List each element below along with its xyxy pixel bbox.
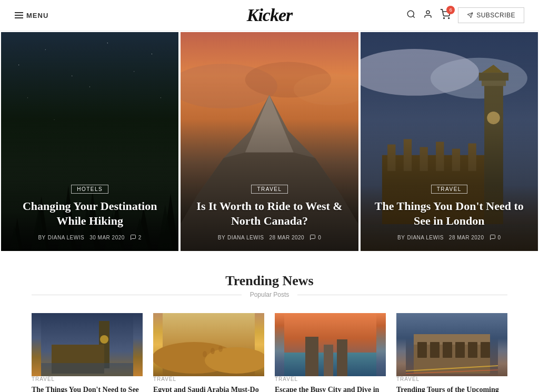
site-header: MENU Kicker 6 SUBSCRIBE <box>0 0 539 31</box>
article-tag-4: TRAVEL <box>396 376 507 382</box>
subscribe-button[interactable]: SUBSCRIBE <box>458 7 524 23</box>
svg-point-5 <box>426 11 430 14</box>
hero-tag-3: TRAVEL <box>431 185 467 194</box>
svg-point-35 <box>100 335 108 344</box>
menu-label: MENU <box>26 12 48 19</box>
hero-title-1: Changing Your Destination While Hiking <box>14 199 166 229</box>
svg-point-3 <box>407 11 414 17</box>
hero-tag-2: TRAVEL <box>251 185 287 194</box>
svg-line-4 <box>413 16 415 17</box>
hero-tag-1: HOTELS <box>71 185 108 194</box>
article-thumb-2 <box>153 313 264 376</box>
article-thumb-1 <box>32 313 143 376</box>
svg-rect-56 <box>468 342 477 358</box>
svg-point-42 <box>211 348 215 354</box>
svg-rect-47 <box>337 339 347 376</box>
header-right: 6 SUBSCRIBE <box>406 7 524 23</box>
hero-meta-3: BY DIANA LEWIS 28 MAR 2020 0 <box>373 234 525 240</box>
thumb-coast <box>275 313 386 376</box>
svg-rect-57 <box>481 342 490 358</box>
hamburger-icon <box>15 12 23 18</box>
cart-button[interactable]: 6 <box>440 9 451 22</box>
svg-point-7 <box>448 17 450 18</box>
article-thumb-4 <box>396 313 507 376</box>
hero-title-3: The Things You Don't Need to See in Lond… <box>373 199 525 229</box>
svg-rect-53 <box>430 342 440 358</box>
hero-meta-1: BY DIANA LEWIS 30 MAR 2020 2 <box>14 234 166 240</box>
thumb-colosseum <box>396 313 507 376</box>
trending-subtitle: Popular Posts <box>250 291 290 298</box>
article-title-4: Trending Tours of the Upcoming Spring <box>396 385 507 392</box>
svg-rect-52 <box>417 342 427 358</box>
article-thumb-3 <box>275 313 386 376</box>
svg-rect-48 <box>324 345 333 376</box>
trending-header: Trending News Popular Posts <box>32 273 507 298</box>
article-title-2: Egypt and Saudi Arabia Must-Do Travel Li… <box>153 385 264 392</box>
trending-title: Trending News <box>32 273 507 289</box>
article-card-2[interactable]: TRAVEL Egypt and Saudi Arabia Must-Do Tr… <box>153 313 264 392</box>
svg-rect-0 <box>15 12 23 13</box>
svg-rect-1 <box>15 15 23 16</box>
trending-divider: Popular Posts <box>32 291 507 298</box>
article-tag-2: TRAVEL <box>153 376 264 382</box>
search-icon <box>406 9 416 19</box>
svg-point-43 <box>218 346 223 352</box>
article-card-1[interactable]: TRAVEL The Things You Don't Need to See … <box>32 313 143 392</box>
hero-grid: HOTELS Changing Your Destination While H… <box>0 31 539 252</box>
thumb-desert <box>153 313 264 376</box>
user-button[interactable] <box>423 9 433 22</box>
article-card-4[interactable]: TRAVEL Trending Tours of the Upcoming Sp… <box>396 313 507 392</box>
svg-rect-55 <box>455 342 465 358</box>
svg-rect-2 <box>15 17 23 18</box>
comment-icon-2 <box>310 234 316 240</box>
thumb-london <box>32 313 143 376</box>
header-left: MENU <box>15 12 48 19</box>
svg-rect-54 <box>443 342 452 358</box>
article-tag-1: TRAVEL <box>32 376 143 382</box>
article-title-1: The Things You Don't Need to See in Lond… <box>32 385 143 392</box>
svg-point-41 <box>203 351 207 357</box>
hero-card-3[interactable]: TRAVEL The Things You Don't Need to See … <box>360 31 539 252</box>
cart-badge: 6 <box>446 6 455 14</box>
site-logo[interactable]: Kicker <box>247 5 293 25</box>
svg-point-6 <box>444 17 445 18</box>
comment-icon-3 <box>490 234 496 240</box>
article-title-3: Escape the Busy City and Dive in this Be… <box>275 385 386 392</box>
subscribe-icon <box>467 12 473 18</box>
menu-button[interactable]: MENU <box>15 12 48 19</box>
article-tag-3: TRAVEL <box>275 376 386 382</box>
hero-card-2[interactable]: TRAVEL Is It Worth to Ride to West & Nor… <box>179 31 359 252</box>
article-card-3[interactable]: TRAVEL Escape the Busy City and Dive in … <box>275 313 386 392</box>
svg-rect-37 <box>41 363 133 376</box>
trending-section: Trending News Popular Posts TRAVEL The T… <box>0 252 539 392</box>
hero-meta-2: BY DIANA LEWIS 28 MAR 2020 0 <box>193 234 345 240</box>
hero-card-1[interactable]: HOTELS Changing Your Destination While H… <box>0 31 179 252</box>
hero-title-2: Is It Worth to Ride to West & North Cana… <box>193 199 345 229</box>
articles-grid: TRAVEL The Things You Don't Need to See … <box>32 313 507 392</box>
user-icon <box>423 9 433 19</box>
search-button[interactable] <box>406 9 416 22</box>
comment-icon <box>130 234 136 240</box>
svg-rect-46 <box>305 337 318 376</box>
